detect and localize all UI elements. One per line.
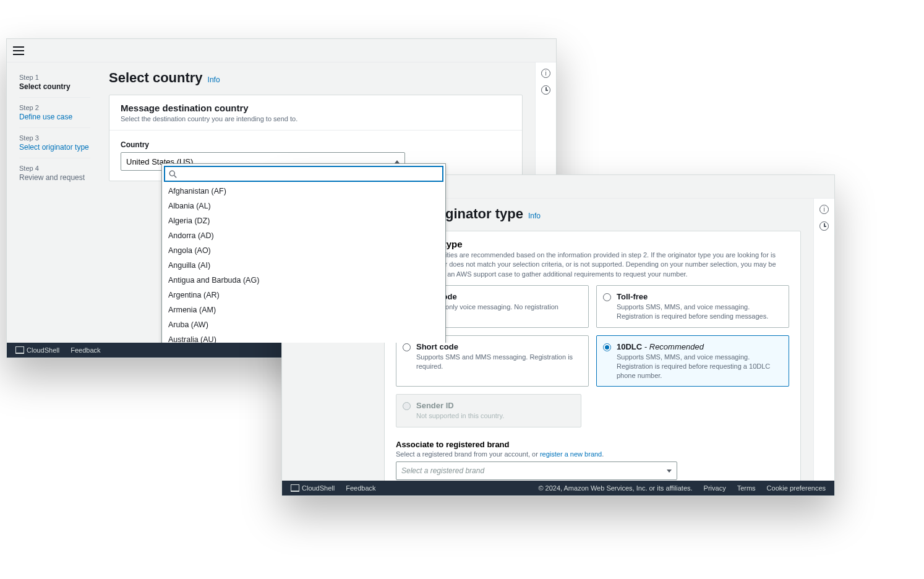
step-label: Step 1 [19, 74, 90, 81]
cookie-prefs-link[interactable]: Cookie preferences [767, 484, 826, 492]
option-desc: Supports SMS, MMS, and voice messaging. … [617, 302, 781, 321]
radio-icon [403, 343, 411, 351]
dropdown-option[interactable]: Anguilla (AI) [162, 258, 445, 273]
assoc-brand-help: Select a registered brand from your acco… [396, 450, 789, 458]
caret-down-icon [667, 470, 672, 473]
card-subtitle: Select the destination country you are i… [121, 115, 511, 122]
page-title: Select originator type Info [384, 206, 801, 222]
info-icon[interactable]: i [541, 69, 550, 78]
radio-icon [603, 293, 611, 301]
step-select-originator[interactable]: Select originator type [19, 143, 90, 152]
cloudshell-link[interactable]: CloudShell [15, 346, 59, 354]
copyright-text: © 2024, Amazon Web Services, Inc. or its… [538, 484, 692, 492]
dropdown-option[interactable]: Andorra (AD) [162, 228, 445, 243]
card-title: Message destination country [121, 103, 511, 113]
dropdown-option[interactable]: Australia (AU) [162, 332, 445, 343]
dropdown-search [164, 166, 443, 182]
page-title-text: Select country [109, 70, 203, 86]
step-label: Step 4 [19, 165, 90, 172]
dropdown-option[interactable]: Afghanistan (AF) [162, 184, 445, 199]
card-description: Origination identities are recommended b… [396, 251, 789, 279]
step-review: Review and request [19, 173, 90, 182]
history-icon[interactable] [541, 85, 550, 95]
step-define-use-case[interactable]: Define use case [19, 113, 90, 121]
dropdown-option[interactable]: Armenia (AM) [162, 302, 445, 317]
originator-type-card: Originator type Origination identities a… [384, 231, 801, 481]
option-desc: Supports SMS, MMS, and voice messaging. … [617, 353, 781, 380]
info-icon[interactable]: i [819, 205, 829, 214]
caret-up-icon [395, 160, 400, 163]
help-rail: i [813, 199, 834, 481]
search-icon [169, 170, 177, 178]
step-label: Step 3 [19, 134, 90, 142]
dropdown-list[interactable]: Afghanistan (AF)Albania (AL)Algeria (DZ)… [162, 184, 445, 343]
topbar [7, 39, 556, 62]
option-short-code[interactable]: Short code Supports SMS and MMS messagin… [396, 335, 589, 387]
assoc-brand-label: Associate to registered brand [396, 440, 789, 449]
hamburger-icon[interactable] [13, 46, 24, 55]
dropdown-option[interactable]: Algeria (DZ) [162, 213, 445, 228]
cloudshell-link[interactable]: CloudShell [291, 484, 335, 492]
option-desc: Supports SMS and MMS messaging. Registra… [416, 353, 581, 371]
option-title: 10DLC - Recommended [617, 342, 781, 351]
feedback-link[interactable]: Feedback [71, 346, 100, 354]
option-title: Short code [416, 342, 581, 351]
dropdown-option[interactable]: Aruba (AW) [162, 317, 445, 332]
info-link[interactable]: Info [208, 75, 220, 84]
feedback-link[interactable]: Feedback [346, 484, 375, 492]
register-brand-link[interactable]: register a new brand [540, 450, 602, 458]
dropdown-option[interactable]: Angola (AO) [162, 243, 445, 258]
dropdown-search-input[interactable] [181, 169, 438, 178]
step-label: Step 2 [19, 104, 90, 111]
card-title: Originator type [396, 239, 789, 249]
dropdown-option[interactable]: Argentina (AR) [162, 288, 445, 302]
radio-icon [403, 402, 411, 410]
originator-options: Long code Supports only voice messaging.… [396, 285, 789, 427]
step-select-country: Select country [19, 82, 90, 91]
history-icon[interactable] [819, 221, 829, 231]
option-toll-free[interactable]: Toll-free Supports SMS, MMS, and voice m… [596, 285, 789, 328]
dropdown-option[interactable]: Albania (AL) [162, 199, 445, 213]
privacy-link[interactable]: Privacy [704, 484, 726, 492]
radio-icon [603, 343, 611, 351]
page-title: Select country Info [109, 70, 523, 86]
dropdown-option[interactable]: Antigua and Barbuda (AG) [162, 273, 445, 288]
wizard-sidebar: Step 1Select country Step 2Define use ca… [7, 62, 103, 343]
option-title: Sender ID [416, 401, 573, 410]
svg-point-0 [169, 171, 174, 176]
country-dropdown[interactable]: Afghanistan (AF)Albania (AL)Algeria (DZ)… [161, 163, 446, 343]
info-link[interactable]: Info [528, 212, 541, 220]
option-10dlc[interactable]: 10DLC - Recommended Supports SMS, MMS, a… [596, 335, 789, 387]
terms-link[interactable]: Terms [737, 484, 756, 492]
country-label: Country [121, 140, 511, 149]
brand-select[interactable]: Select a registered brand [396, 461, 677, 480]
option-sender-id: Sender ID Not supported in this country. [396, 394, 581, 427]
svg-line-1 [174, 175, 177, 178]
footer: CloudShell Feedback © 2024, Amazon Web S… [282, 481, 834, 495]
brand-select-placeholder: Select a registered brand [401, 466, 484, 475]
option-title: Toll-free [617, 292, 781, 301]
option-desc: Not supported in this country. [416, 411, 573, 421]
